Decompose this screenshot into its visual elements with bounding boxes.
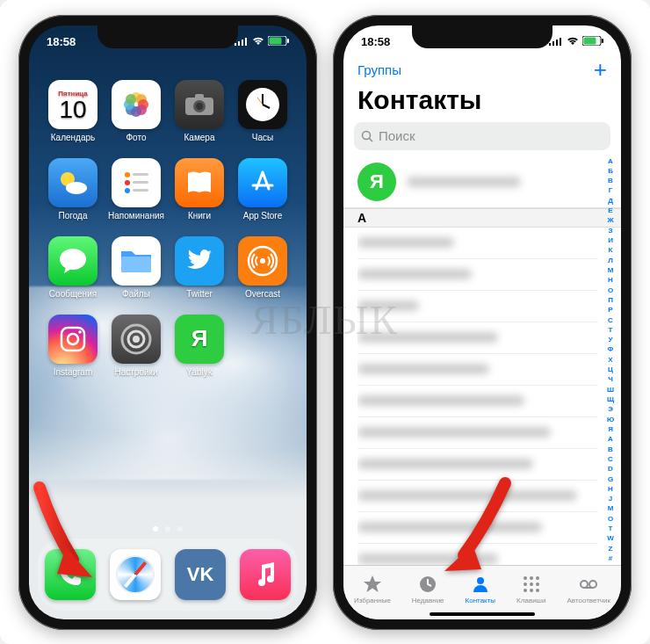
index-letter[interactable]: J: [603, 495, 618, 503]
index-letter[interactable]: O: [603, 515, 618, 523]
svg-point-54: [536, 576, 539, 580]
index-letter[interactable]: М: [603, 266, 618, 274]
dock-music-app[interactable]: [240, 549, 291, 600]
groups-button[interactable]: Группы: [358, 62, 401, 77]
app-appstore[interactable]: App Store: [235, 158, 291, 221]
index-letter[interactable]: Ч: [603, 375, 618, 383]
list-item[interactable]: [358, 228, 598, 259]
svg-point-14: [126, 94, 136, 105]
index-letter[interactable]: С: [603, 316, 618, 324]
index-letter[interactable]: У: [603, 336, 618, 344]
index-letter[interactable]: G: [603, 475, 618, 483]
svg-rect-1: [238, 41, 240, 46]
tab-keypad[interactable]: Клавиши: [516, 574, 545, 604]
list-item[interactable]: [358, 291, 598, 322]
app-messages[interactable]: Сообщения: [45, 236, 101, 299]
index-letter[interactable]: H: [603, 485, 618, 493]
app-overcast[interactable]: Overcast: [235, 236, 291, 299]
list-item[interactable]: [358, 354, 598, 386]
app-weather[interactable]: Погода: [45, 158, 101, 221]
index-letter[interactable]: D: [603, 465, 618, 473]
app-files[interactable]: Файлы: [108, 236, 164, 299]
index-letter[interactable]: Ю: [603, 416, 618, 423]
svg-point-59: [530, 589, 533, 592]
index-letter[interactable]: #: [603, 554, 618, 562]
keypad-icon: [521, 574, 542, 595]
app-label: Календарь: [51, 133, 95, 142]
index-letter[interactable]: Х: [603, 356, 618, 364]
index-letter[interactable]: Л: [603, 257, 618, 264]
app-reminders[interactable]: Напоминания: [108, 158, 164, 221]
index-letter[interactable]: A: [603, 435, 618, 443]
tab-label: Контакты: [466, 597, 496, 604]
index-letter[interactable]: Д: [603, 197, 618, 205]
files-icon: [112, 236, 161, 286]
index-letter[interactable]: Н: [603, 276, 618, 284]
svg-rect-28: [133, 173, 148, 176]
add-contact-button[interactable]: +: [594, 56, 607, 83]
index-letter[interactable]: Э: [603, 405, 618, 413]
index-letter[interactable]: Т: [603, 326, 618, 334]
app-label: Yablyk: [186, 367, 212, 377]
index-letter[interactable]: В: [603, 177, 618, 185]
app-label: App Store: [243, 211, 282, 221]
tab-voicemail[interactable]: Автоответчик: [567, 574, 610, 604]
list-item[interactable]: [358, 417, 598, 449]
index-letter[interactable]: Z: [603, 545, 618, 553]
annotation-arrow-left: [31, 479, 110, 588]
alphabet-index[interactable]: АБВГДЕЖЗИКЛМНОПРСТУФХЦЧШЩЭЮЯABCDGHJMOTWZ…: [603, 157, 618, 563]
index-letter[interactable]: П: [603, 296, 618, 304]
index-letter[interactable]: И: [603, 236, 618, 244]
svg-rect-6: [287, 39, 289, 43]
list-item[interactable]: [358, 259, 598, 291]
index-letter[interactable]: Я: [603, 425, 618, 433]
svg-rect-2: [242, 40, 243, 46]
svg-point-62: [589, 581, 596, 588]
index-letter[interactable]: Б: [603, 167, 618, 175]
svg-point-34: [260, 258, 265, 264]
annotation-arrow-right: [422, 474, 518, 583]
svg-point-55: [524, 582, 527, 586]
tab-favorites[interactable]: Избранные: [354, 574, 391, 604]
svg-rect-30: [133, 189, 148, 192]
home-indicator[interactable]: [430, 612, 535, 616]
app-calendar[interactable]: Пятница 10 Календарь: [45, 80, 101, 142]
index-letter[interactable]: Ф: [603, 345, 618, 353]
index-letter[interactable]: З: [603, 227, 618, 235]
index-letter[interactable]: Р: [603, 306, 618, 314]
app-settings[interactable]: Настройки: [108, 315, 164, 377]
index-letter[interactable]: Ж: [603, 216, 618, 224]
calendar-icon: Пятница 10: [48, 80, 98, 129]
list-item[interactable]: [358, 386, 598, 417]
index-letter[interactable]: Щ: [603, 395, 618, 403]
index-letter[interactable]: Г: [603, 186, 618, 194]
svg-point-26: [125, 180, 130, 185]
index-letter[interactable]: B: [603, 445, 618, 453]
index-letter[interactable]: Ш: [603, 386, 618, 394]
app-twitter[interactable]: Twitter: [171, 236, 228, 299]
dock-vk-app[interactable]: VK: [175, 549, 226, 600]
index-letter[interactable]: M: [603, 504, 618, 512]
index-letter[interactable]: Е: [603, 206, 618, 214]
app-label: Камера: [184, 133, 215, 142]
app-books[interactable]: Книги: [171, 158, 228, 221]
svg-rect-42: [552, 41, 554, 46]
index-letter[interactable]: О: [603, 286, 618, 294]
index-letter[interactable]: А: [603, 157, 618, 165]
search-input[interactable]: Поиск: [354, 122, 610, 150]
index-letter[interactable]: C: [603, 455, 618, 463]
my-card-row[interactable]: Я: [343, 157, 621, 208]
app-camera[interactable]: Камера: [171, 80, 228, 142]
index-letter[interactable]: W: [603, 534, 618, 542]
dock-safari-app[interactable]: [110, 549, 161, 600]
music-note-icon: [253, 561, 278, 588]
index-letter[interactable]: T: [603, 525, 618, 532]
app-photos[interactable]: Фото: [108, 80, 164, 142]
app-clock[interactable]: Часы: [235, 80, 291, 142]
index-letter[interactable]: К: [603, 246, 618, 254]
index-letter[interactable]: Ц: [603, 365, 618, 373]
svg-point-40: [133, 336, 140, 343]
app-yablyk[interactable]: Я Yablyk: [171, 315, 228, 377]
list-item[interactable]: [358, 322, 598, 354]
app-instagram[interactable]: Instagram: [45, 315, 101, 377]
